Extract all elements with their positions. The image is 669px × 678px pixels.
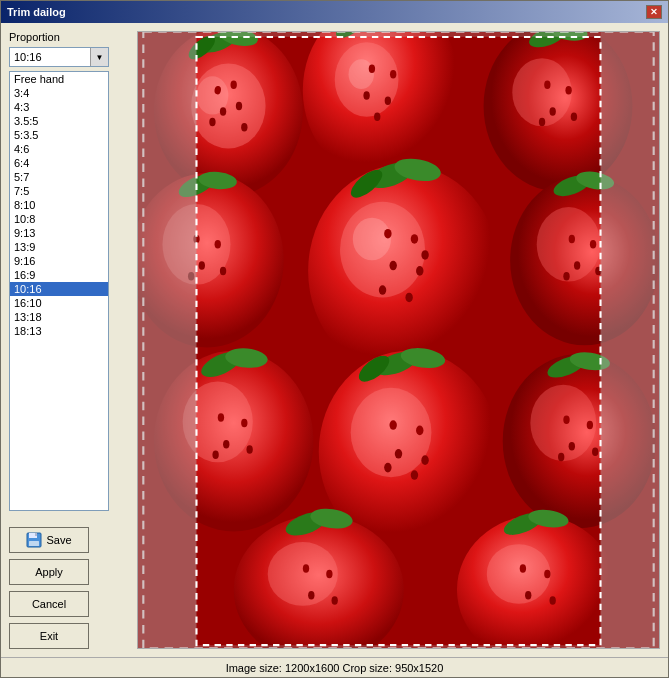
buttons-area: Save Apply Cancel Exit <box>9 527 129 649</box>
svg-point-86 <box>384 463 391 473</box>
proportion-list-item[interactable]: 9:16 <box>10 254 108 268</box>
left-panel: Proportion 10:16 ▼ Free hand3:44:33.5:55… <box>9 31 129 649</box>
dropdown-arrow-icon: ▼ <box>90 48 108 66</box>
svg-point-73 <box>241 419 247 428</box>
svg-point-110 <box>544 570 550 579</box>
svg-point-65 <box>574 261 580 270</box>
svg-point-106 <box>487 544 551 604</box>
svg-point-67 <box>563 272 569 281</box>
window-title: Trim dailog <box>7 6 66 18</box>
save-button[interactable]: Save <box>9 527 89 553</box>
svg-point-54 <box>389 261 396 271</box>
svg-point-103 <box>308 591 314 600</box>
svg-point-16 <box>241 123 247 132</box>
proportion-list-item[interactable]: Free hand <box>10 72 108 86</box>
svg-point-29 <box>512 58 572 126</box>
status-text: Image size: 1200x1600 Crop size: 950x152… <box>226 662 444 674</box>
proportion-list-item[interactable]: 3.5:5 <box>10 114 108 128</box>
svg-point-96 <box>558 453 564 462</box>
svg-point-15 <box>209 118 215 127</box>
svg-point-12 <box>231 81 237 90</box>
proportion-list-item[interactable]: 13:9 <box>10 240 108 254</box>
svg-point-27 <box>374 112 380 121</box>
exit-button-label: Exit <box>40 630 58 642</box>
svg-point-19 <box>349 59 375 89</box>
proportion-list-item[interactable]: 16:10 <box>10 296 108 310</box>
svg-point-26 <box>385 97 391 106</box>
save-button-label: Save <box>46 534 71 546</box>
svg-point-23 <box>369 65 375 74</box>
title-bar-controls: ✕ <box>646 5 662 19</box>
svg-point-84 <box>395 449 402 459</box>
proportion-dropdown[interactable]: 10:16 ▼ <box>9 47 109 67</box>
svg-point-34 <box>549 107 555 116</box>
cancel-button[interactable]: Cancel <box>9 591 89 617</box>
svg-point-57 <box>405 293 412 303</box>
svg-point-58 <box>421 250 428 260</box>
svg-point-33 <box>565 86 571 95</box>
svg-point-13 <box>220 107 226 116</box>
apply-button[interactable]: Apply <box>9 559 89 585</box>
svg-point-56 <box>379 285 386 295</box>
close-button[interactable]: ✕ <box>646 5 662 19</box>
svg-point-55 <box>416 266 423 276</box>
proportion-list-item[interactable]: 4:3 <box>10 100 108 114</box>
proportion-list-item[interactable]: 5:3.5 <box>10 128 108 142</box>
svg-point-87 <box>411 470 418 480</box>
proportion-list-item[interactable]: 10:16 <box>10 282 108 296</box>
proportion-list-item[interactable]: 6:4 <box>10 156 108 170</box>
proportion-list-item[interactable]: 16:9 <box>10 268 108 282</box>
svg-point-101 <box>303 564 309 573</box>
svg-rect-117 <box>196 645 600 648</box>
cancel-button-label: Cancel <box>32 598 66 610</box>
strawberry-image <box>138 32 659 648</box>
svg-point-64 <box>590 240 596 249</box>
svg-point-109 <box>520 564 526 573</box>
svg-rect-3 <box>29 541 39 546</box>
svg-point-83 <box>416 426 423 436</box>
status-bar: Image size: 1200x1600 Crop size: 950x152… <box>1 657 668 677</box>
svg-rect-2 <box>35 533 37 536</box>
svg-point-44 <box>220 267 226 276</box>
svg-rect-115 <box>601 32 659 648</box>
proportion-list-item[interactable]: 8:10 <box>10 198 108 212</box>
svg-point-75 <box>246 445 252 454</box>
proportion-list-item[interactable]: 18:13 <box>10 324 108 338</box>
svg-point-42 <box>215 240 221 249</box>
svg-point-95 <box>592 447 598 456</box>
svg-point-24 <box>390 70 396 79</box>
proportion-list[interactable]: Free hand3:44:33.5:55:3.54:66:45:77:58:1… <box>9 71 109 511</box>
right-panel <box>137 31 660 649</box>
svg-point-25 <box>363 91 369 100</box>
svg-point-76 <box>212 451 218 460</box>
proportion-dropdown-value: 10:16 <box>14 51 90 63</box>
image-container <box>137 31 660 649</box>
svg-point-74 <box>223 440 229 449</box>
svg-point-94 <box>569 442 575 451</box>
title-bar: Trim dailog ✕ <box>1 1 668 23</box>
proportion-list-item[interactable]: 3:4 <box>10 86 108 100</box>
svg-point-93 <box>587 421 593 430</box>
svg-point-48 <box>353 218 391 261</box>
svg-point-53 <box>411 234 418 244</box>
svg-point-82 <box>389 420 396 430</box>
svg-point-102 <box>326 570 332 579</box>
proportion-list-item[interactable]: 9:13 <box>10 226 108 240</box>
svg-point-85 <box>421 455 428 465</box>
proportion-list-item[interactable]: 13:18 <box>10 310 108 324</box>
exit-button[interactable]: Exit <box>9 623 89 649</box>
proportion-label: Proportion <box>9 31 129 43</box>
svg-point-89 <box>530 385 596 462</box>
apply-button-label: Apply <box>35 566 63 578</box>
proportion-list-item[interactable]: 4:6 <box>10 142 108 156</box>
svg-point-35 <box>571 112 577 121</box>
svg-point-72 <box>218 413 224 422</box>
save-icon <box>26 532 42 548</box>
svg-point-92 <box>563 415 569 424</box>
proportion-list-item[interactable]: 10:8 <box>10 212 108 226</box>
svg-point-112 <box>549 596 555 605</box>
svg-point-104 <box>332 596 338 605</box>
svg-point-63 <box>569 235 575 244</box>
proportion-list-item[interactable]: 5:7 <box>10 170 108 184</box>
proportion-list-item[interactable]: 7:5 <box>10 184 108 198</box>
